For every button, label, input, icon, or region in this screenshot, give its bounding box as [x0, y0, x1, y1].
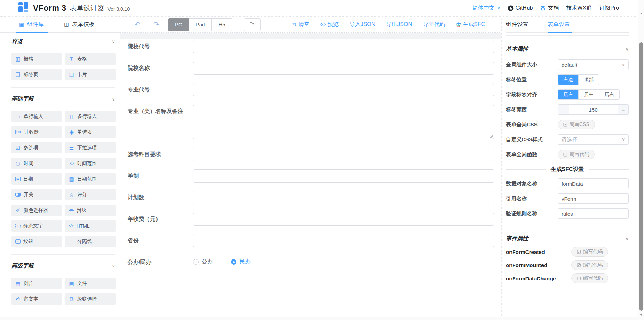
decrease-button[interactable]: −	[558, 105, 569, 114]
scrollbar-thumb[interactable]	[639, 42, 643, 311]
component-item[interactable]: ❐标签页	[11, 69, 62, 80]
component-item[interactable]: ▭单行输入	[11, 111, 62, 122]
label-align-right-button[interactable]: 居右	[599, 90, 619, 99]
component-item[interactable]: ☰下拉选项	[65, 142, 116, 153]
component-item[interactable]: </>HTML	[65, 220, 116, 232]
custom-class-select[interactable]: 请选择 ∨	[558, 134, 629, 145]
text-input[interactable]	[193, 191, 494, 204]
component-item[interactable]: ▯多行输入	[65, 111, 116, 122]
component-item[interactable]: ⧉级联选择	[65, 293, 116, 305]
section-header[interactable]: 高级字段∨	[11, 263, 120, 269]
import-json-button[interactable]: 导入JSON	[349, 21, 376, 28]
edit-code-button[interactable]: 编写代码	[571, 247, 608, 257]
component-item[interactable]: 开关	[11, 189, 62, 200]
edit-code-button[interactable]: 编写代码	[571, 273, 608, 283]
rules-name-input[interactable]	[558, 208, 629, 219]
github-link[interactable]: GitHub	[508, 5, 533, 11]
scroll-up-arrow[interactable]: ▲	[639, 11, 643, 15]
form-field-row[interactable]: 专业（类）名称及备注	[128, 105, 494, 139]
text-input[interactable]	[193, 148, 494, 161]
form-field-row[interactable]: 学制	[128, 169, 494, 183]
edit-code-button[interactable]: 编写代码	[571, 260, 608, 270]
component-item[interactable]: ▩日期范围	[65, 173, 116, 185]
component-item[interactable]: ✍富文本	[11, 293, 62, 305]
text-input[interactable]	[193, 83, 494, 96]
tab-component-settings[interactable]: 组件设置	[506, 21, 528, 28]
language-select[interactable]: 简体中文 ∨	[472, 5, 500, 12]
component-item[interactable]: 滑块	[65, 205, 116, 216]
component-item[interactable]: ▨图片	[11, 278, 62, 289]
component-item[interactable]: ☆评分	[65, 189, 116, 200]
label-align-center-button[interactable]: 居中	[578, 90, 599, 99]
radio-circle-icon[interactable]	[231, 259, 236, 265]
export-json-button[interactable]: 导出JSON	[386, 21, 412, 28]
clear-button[interactable]: 清空	[292, 21, 309, 28]
edit-global-func-button[interactable]: 编写代码	[558, 150, 595, 159]
redo-icon[interactable]: ↷	[153, 21, 159, 29]
component-item[interactable]: ▦栅格	[11, 53, 62, 65]
component-item[interactable]: ◉单选项	[65, 126, 116, 138]
undo-icon[interactable]: ↶	[134, 21, 140, 29]
event-props-header[interactable]: 事件属性 ∨	[506, 235, 629, 242]
form-field-row[interactable]: 专业代号	[128, 83, 494, 96]
component-item[interactable]: ◷时间	[11, 158, 62, 169]
resize-grip-icon[interactable]	[489, 134, 493, 138]
radio-option[interactable]: 民办	[231, 258, 251, 265]
text-input[interactable]	[193, 169, 494, 183]
subscribe-pro-link[interactable]: 订阅Pro	[599, 5, 619, 12]
tab-component-library[interactable]: ▣ 组件库	[19, 21, 44, 28]
basic-props-header[interactable]: 基本属性 ∨	[506, 46, 629, 53]
component-item[interactable]: ❑卡片	[65, 69, 116, 80]
section-header[interactable]: 基础字段∨	[11, 96, 120, 102]
component-item[interactable]: ▤文件	[65, 278, 116, 289]
vertical-scrollbar[interactable]: ▲ ▼	[638, 0, 644, 320]
ref-name-input[interactable]	[558, 193, 629, 204]
form-field-row[interactable]: 选考科目要求	[128, 148, 494, 161]
tab-form-template[interactable]: ◫ 表单模板	[64, 21, 94, 28]
chevron-down-icon[interactable]: ∨	[112, 39, 115, 44]
form-field-row[interactable]: 公办/民办公办民办	[128, 256, 494, 266]
component-item[interactable]: ☑多选项	[11, 142, 62, 153]
preview-button[interactable]: 预览	[320, 21, 339, 28]
component-item[interactable]: ✐颜色选择器	[11, 205, 62, 216]
label-position-top-button[interactable]: 顶部	[578, 75, 599, 85]
chevron-down-icon[interactable]: ∨	[112, 96, 115, 102]
label-width-value[interactable]: 150	[569, 105, 618, 114]
form-field-row[interactable]: 院校代号	[128, 40, 494, 53]
form-field-row[interactable]: 省份	[128, 234, 494, 247]
scroll-down-arrow[interactable]: ▼	[639, 313, 643, 317]
docs-link[interactable]: 文档	[540, 5, 559, 12]
generate-sfc-button[interactable]: 生成SFC	[456, 21, 485, 28]
component-item[interactable]: ⟲时间范围	[65, 158, 116, 169]
export-code-button[interactable]: 导出代码	[423, 21, 445, 28]
data-object-name-input[interactable]	[558, 178, 629, 189]
global-size-select[interactable]: default ∨	[558, 59, 629, 70]
form-field-row[interactable]: 计划数	[128, 191, 494, 204]
increase-button[interactable]: +	[618, 105, 628, 114]
text-input[interactable]	[193, 213, 494, 226]
component-item[interactable]: ⊞表格	[65, 53, 116, 65]
component-item[interactable]: —分隔线	[65, 236, 116, 247]
horizontal-scrollbar[interactable]	[0, 317, 638, 320]
device-h5-button[interactable]: H5	[212, 18, 232, 31]
label-position-left-button[interactable]: 左边	[558, 75, 578, 85]
radio-option[interactable]: 公办	[193, 258, 213, 265]
device-pad-button[interactable]: Pad	[189, 18, 212, 31]
textarea-input[interactable]	[193, 105, 494, 139]
form-field-row[interactable]: 年收费（元）	[128, 213, 494, 226]
text-input[interactable]	[193, 62, 494, 75]
text-input[interactable]	[193, 234, 494, 247]
component-item[interactable]: 123计数器	[11, 126, 62, 138]
component-item[interactable]: 19日期	[11, 173, 62, 185]
node-tree-button[interactable]	[244, 18, 261, 31]
wechat-group-link[interactable]: 技术WX群	[566, 5, 592, 12]
label-align-left-button[interactable]: 居左	[558, 90, 578, 99]
edit-css-button[interactable]: 编写CSS	[558, 120, 595, 129]
section-header[interactable]: 容器∨	[11, 38, 120, 45]
component-item[interactable]: ↖按钮	[11, 236, 62, 247]
form-canvas[interactable]: 院校代号院校名称专业代号专业（类）名称及备注选考科目要求学制计划数年收费（元）省…	[120, 39, 501, 317]
tab-form-settings[interactable]: 表单设置	[548, 21, 570, 28]
text-input[interactable]	[193, 40, 494, 53]
radio-circle-icon[interactable]	[193, 259, 199, 265]
device-pc-button[interactable]: PC	[168, 18, 189, 31]
